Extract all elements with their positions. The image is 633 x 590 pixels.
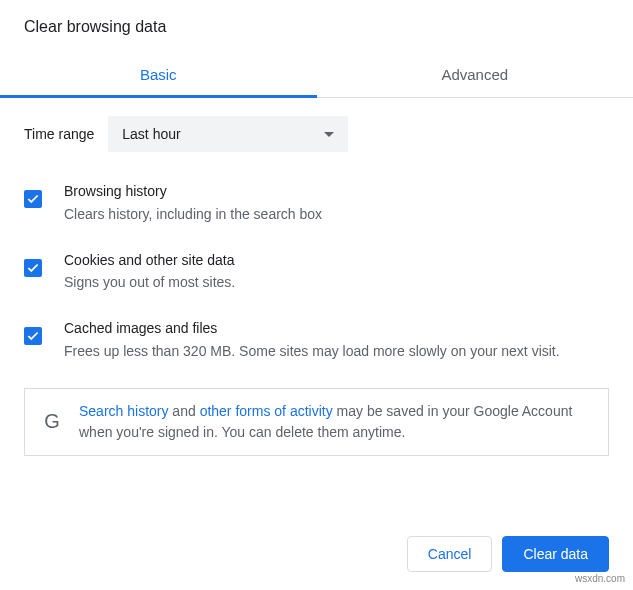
time-range-label: Time range (24, 126, 94, 142)
cancel-button[interactable]: Cancel (407, 536, 493, 572)
info-text: Search history and other forms of activi… (79, 401, 592, 443)
search-history-link[interactable]: Search history (79, 403, 168, 419)
option-desc: Clears history, including in the search … (64, 204, 609, 225)
google-icon: G (41, 410, 63, 433)
clear-data-button[interactable]: Clear data (502, 536, 609, 572)
watermark: wsxdn.com (575, 573, 625, 584)
option-title: Cookies and other site data (64, 251, 609, 271)
option-browsing-history: Browsing history Clears history, includi… (24, 182, 609, 225)
checkbox-cached[interactable] (24, 327, 42, 345)
checkmark-icon (26, 261, 40, 275)
chevron-down-icon (324, 132, 334, 137)
option-title: Browsing history (64, 182, 609, 202)
dialog-content: Time range Last hour Browsing history Cl… (0, 98, 633, 456)
checkmark-icon (26, 192, 40, 206)
tab-basic[interactable]: Basic (0, 52, 317, 97)
time-range-value: Last hour (122, 126, 180, 142)
option-desc: Signs you out of most sites. (64, 272, 609, 293)
tabs: Basic Advanced (0, 52, 633, 98)
option-cookies: Cookies and other site data Signs you ou… (24, 251, 609, 294)
option-cached: Cached images and files Frees up less th… (24, 319, 609, 362)
tab-advanced[interactable]: Advanced (317, 52, 634, 97)
info-text-sep: and (168, 403, 199, 419)
checkbox-cookies[interactable] (24, 259, 42, 277)
option-title: Cached images and files (64, 319, 609, 339)
option-desc: Frees up less than 320 MB. Some sites ma… (64, 341, 609, 362)
checkbox-browsing-history[interactable] (24, 190, 42, 208)
time-range-select[interactable]: Last hour (108, 116, 348, 152)
checkmark-icon (26, 329, 40, 343)
dialog-footer: Cancel Clear data (407, 536, 609, 572)
time-range-row: Time range Last hour (24, 116, 609, 152)
dialog-title: Clear browsing data (0, 0, 633, 52)
google-account-info: G Search history and other forms of acti… (24, 388, 609, 456)
other-activity-link[interactable]: other forms of activity (200, 403, 333, 419)
